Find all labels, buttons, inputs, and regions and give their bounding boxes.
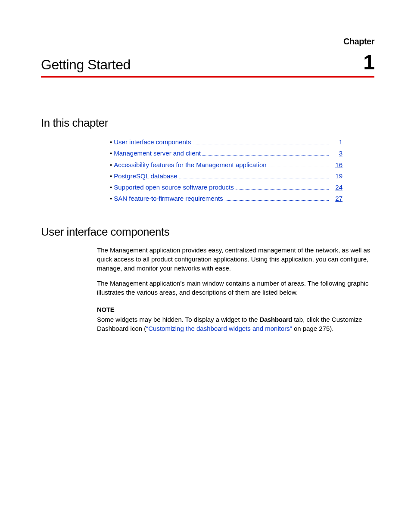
toc-page-number[interactable]: 3 [330,148,342,159]
toc-link-mgmt-server-client[interactable]: Management server and client [114,148,201,159]
xref-customizing-dashboard[interactable]: “Customizing the dashboard widgets and m… [146,325,292,332]
toc-item: • Supported open source software product… [110,182,342,193]
toc-page-number[interactable]: 1 [330,137,342,148]
bullet-icon: • [110,171,112,182]
body-paragraph: The Management application provides easy… [97,246,377,273]
chapter-label: Chapter [343,37,374,47]
chapter-title: Getting Started [41,57,131,73]
bullet-icon: • [110,159,112,171]
toc-item: • PostgreSQL database 19 [110,171,342,182]
bold-dashboard: Dashboard [259,316,292,323]
section-heading-ui-components: User interface components [41,225,374,239]
note-label: NOTE [97,305,377,314]
note-block: NOTE Some widgets may be hidden. To disp… [97,303,377,333]
toc-page-number[interactable]: 24 [330,182,342,193]
toc-item: • Accessibility features for the Managem… [110,159,342,171]
leader-dots [193,144,329,144]
leader-dots [236,189,329,190]
toc-link-san-firmware[interactable]: SAN feature-to-firmware requirements [114,193,223,204]
leader-dots [179,178,329,178]
bullet-icon: • [110,137,112,148]
leader-dots [268,167,329,167]
toc-page-number[interactable]: 16 [330,159,342,171]
toc-link-ui-components[interactable]: User interface components [114,137,191,148]
title-rule [41,76,374,78]
bullet-icon: • [110,148,112,159]
toc-item: • Management server and client 3 [110,148,342,159]
toc-item: • User interface components 1 [110,137,342,148]
toc-link-open-source[interactable]: Supported open source software products [114,182,234,193]
bullet-icon: • [110,182,112,193]
toc-link-accessibility[interactable]: Accessibility features for the Managemen… [114,159,266,171]
toc-heading: In this chapter [41,116,374,130]
leader-dots [225,200,329,201]
toc-page-number[interactable]: 19 [330,171,342,182]
chapter-number: 1 [363,52,374,73]
note-text: Some widgets may be hidden. To display a… [97,316,362,332]
leader-dots [202,155,329,156]
toc-item: • SAN feature-to-firmware requirements 2… [110,193,342,204]
toc-page-number[interactable]: 27 [330,193,342,204]
bullet-icon: • [110,193,112,204]
table-of-contents: • User interface components 1 • Manageme… [110,137,342,205]
body-paragraph: The Management application's main window… [97,279,377,297]
toc-link-postgresql[interactable]: PostgreSQL database [114,171,177,182]
